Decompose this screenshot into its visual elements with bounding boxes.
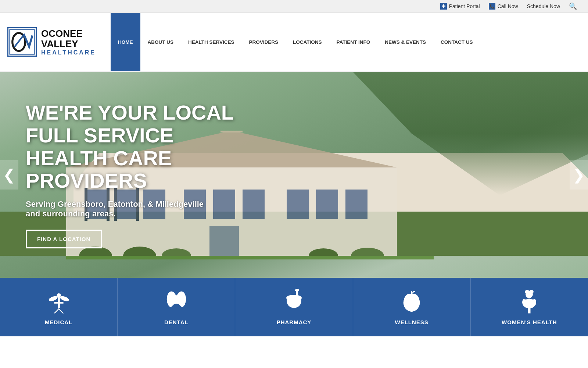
- service-medical-label: MEDICAL: [45, 319, 72, 325]
- top-bar: ✚ Patient Portal 📞 Call Now Schedule Now…: [0, 0, 588, 13]
- svg-rect-29: [54, 302, 63, 304]
- plus-icon: ✚: [440, 3, 447, 10]
- hero-content: WE'RE YOUR LOCAL FULL SERVICE HEALTH CAR…: [0, 72, 588, 278]
- svg-rect-33: [296, 290, 298, 301]
- hero-subtitle: Serving Greensboro, Eatonton, & Milledge…: [26, 199, 209, 219]
- patient-portal-label: Patient Portal: [449, 3, 480, 9]
- hero-section: WE'RE YOUR LOCAL FULL SERVICE HEALTH CAR…: [0, 72, 588, 278]
- wellness-icon: [399, 289, 424, 315]
- nav-item-health-services[interactable]: HEALTH SERVICES: [181, 13, 242, 71]
- nav-item-about-us[interactable]: ABOUT US: [140, 13, 181, 71]
- svg-line-2: [14, 36, 24, 47]
- find-location-button[interactable]: FIND A LOCATION: [26, 230, 102, 248]
- service-womens-health-label: WOMEN'S HEALTH: [502, 319, 557, 325]
- womens-health-icon: [516, 289, 542, 315]
- logo-text: OCONEE VALLEY HEALTHCARE: [41, 28, 96, 56]
- hero-next-arrow[interactable]: ❯: [570, 160, 588, 190]
- service-item-medical[interactable]: MEDICAL: [0, 278, 118, 336]
- service-item-wellness[interactable]: WELLNESS: [353, 278, 471, 336]
- org-name-line1: OCONEE: [41, 28, 83, 39]
- service-dental-label: DENTAL: [164, 319, 189, 325]
- svg-point-30: [48, 295, 58, 302]
- header: OCONEE VALLEY HEALTHCARE HOME ABOUT US H…: [0, 13, 588, 72]
- call-now-link[interactable]: 📞 Call Now: [489, 3, 518, 10]
- hero-prev-arrow[interactable]: ❮: [0, 160, 18, 190]
- patient-portal-link[interactable]: ✚ Patient Portal: [440, 3, 480, 10]
- org-name-line2: VALLEY: [41, 38, 78, 49]
- service-item-dental[interactable]: DENTAL: [118, 278, 235, 336]
- org-name: OCONEE VALLEY: [41, 28, 96, 49]
- nav-item-locations[interactable]: LOCATIONS: [286, 13, 329, 71]
- schedule-now-link[interactable]: Schedule Now: [527, 3, 560, 9]
- hero-title: WE'RE YOUR LOCAL FULL SERVICE HEALTH CAR…: [26, 101, 254, 192]
- call-now-label: Call Now: [498, 3, 518, 9]
- org-sub-name: HEALTHCARE: [41, 49, 96, 56]
- logo-icon: [7, 27, 37, 57]
- svg-rect-35: [411, 291, 412, 294]
- nav-item-patient-info[interactable]: PATIENT INFO: [329, 13, 378, 71]
- search-icon[interactable]: 🔍: [569, 2, 577, 10]
- medical-icon: [46, 289, 72, 315]
- phone-icon: 📞: [489, 3, 495, 10]
- schedule-now-label: Schedule Now: [527, 3, 560, 9]
- services-bar: MEDICAL DENTAL PHARMACY: [0, 278, 588, 336]
- nav-item-news-events[interactable]: NEWS & EVENTS: [377, 13, 433, 71]
- nav-item-home[interactable]: HOME: [111, 13, 140, 71]
- svg-point-31: [59, 295, 69, 302]
- nav-item-contact-us[interactable]: CONTACT US: [433, 13, 480, 71]
- service-item-pharmacy[interactable]: PHARMACY: [235, 278, 353, 336]
- pharmacy-icon: [281, 289, 307, 315]
- main-nav: HOME ABOUT US HEALTH SERVICES PROVIDERS …: [111, 13, 581, 71]
- service-item-womens-health[interactable]: WOMEN'S HEALTH: [471, 278, 588, 336]
- logo[interactable]: OCONEE VALLEY HEALTHCARE: [7, 27, 96, 57]
- dental-icon: [164, 289, 189, 315]
- nav-item-providers[interactable]: PROVIDERS: [242, 13, 286, 71]
- service-pharmacy-label: PHARMACY: [277, 319, 312, 325]
- svg-point-34: [295, 289, 299, 291]
- service-wellness-label: WELLNESS: [395, 319, 429, 325]
